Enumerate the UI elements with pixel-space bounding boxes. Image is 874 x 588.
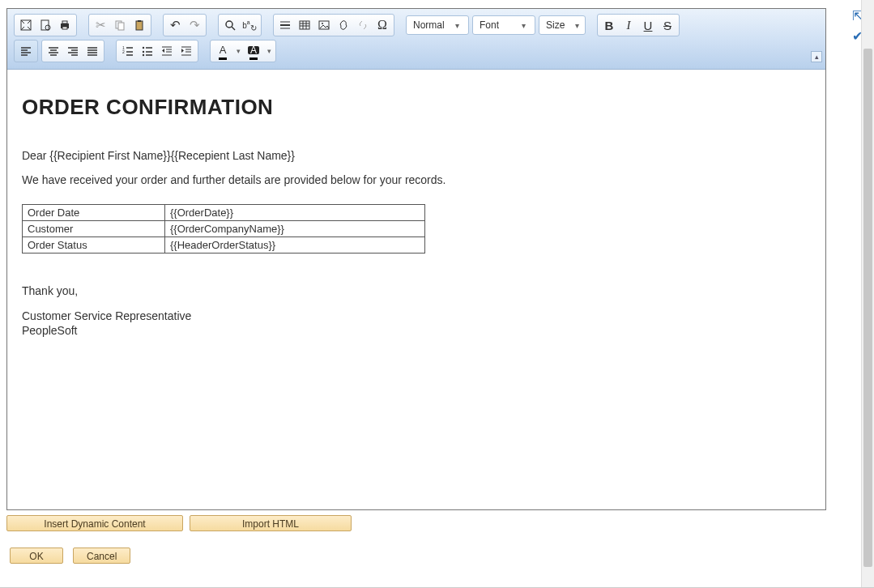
paste-icon[interactable] <box>130 16 149 34</box>
editor-content[interactable]: ORDER CONFIRMATION Dear {{Recipient Firs… <box>7 67 825 509</box>
table-cell-label: Customer <box>23 221 165 237</box>
size-combo[interactable]: Size▾ <box>539 15 586 35</box>
vertical-scrollbar[interactable] <box>861 0 874 588</box>
svg-point-43 <box>143 47 144 49</box>
svg-rect-4 <box>62 21 67 23</box>
cut-icon[interactable]: ✂ <box>91 16 110 34</box>
text-color-button[interactable]: A <box>212 42 233 60</box>
redo-icon[interactable]: ↷ <box>185 16 204 34</box>
bg-color-dropdown[interactable]: ▾ <box>264 42 274 60</box>
unlink-icon[interactable] <box>353 16 373 34</box>
svg-point-45 <box>143 54 144 56</box>
svg-point-10 <box>226 21 232 28</box>
italic-button[interactable]: I <box>619 16 638 34</box>
replace-icon[interactable]: ba↻ <box>240 16 259 34</box>
svg-rect-15 <box>300 21 309 29</box>
maximize-icon[interactable] <box>16 16 36 34</box>
special-char-icon[interactable]: Ω <box>373 16 392 34</box>
link-icon[interactable] <box>334 16 353 34</box>
table-row: Order Date {{OrderDate}} <box>23 205 425 221</box>
signature-role: Customer Service Representative <box>22 309 811 323</box>
paragraph-format-combo[interactable]: Normal▾ <box>406 15 469 35</box>
svg-point-44 <box>143 51 144 53</box>
bullet-list-icon[interactable] <box>138 42 157 60</box>
scrollbar-thumb[interactable] <box>863 49 872 567</box>
ok-button[interactable]: OK <box>10 548 63 564</box>
table-row: Customer {{OrderCompanyName}} <box>23 221 425 237</box>
collapse-toolbar-icon[interactable]: ▴ <box>811 51 822 62</box>
table-cell-label: Order Date <box>23 205 165 221</box>
align-right-icon[interactable] <box>63 42 83 60</box>
svg-rect-8 <box>136 21 143 30</box>
import-html-button[interactable]: Import HTML <box>190 515 352 531</box>
preview-icon[interactable] <box>36 16 55 34</box>
svg-line-11 <box>232 27 235 30</box>
table-cell-value: {{OrderDate}} <box>165 205 425 221</box>
dialog-button-row: OK Cancel <box>10 548 130 564</box>
align-center-icon[interactable] <box>44 42 63 60</box>
greeting-line: Dear {{Recipient First Name}}{{Recepient… <box>22 149 811 162</box>
table-cell-value: {{HeaderOrderStatus}} <box>165 237 425 254</box>
print-icon[interactable] <box>55 16 75 34</box>
bg-color-button[interactable]: A <box>243 42 264 60</box>
font-combo[interactable]: Font▾ <box>472 15 535 35</box>
rich-text-editor: ✂ ↶ ↷ ba↻ <box>6 8 826 510</box>
toolbar-row-1: ✂ ↶ ↷ ba↻ <box>14 14 819 36</box>
svg-rect-5 <box>62 27 67 29</box>
copy-icon[interactable] <box>110 16 130 34</box>
bold-button[interactable]: B <box>599 16 619 34</box>
strike-button[interactable]: S <box>658 16 677 34</box>
insert-dynamic-content-button[interactable]: Insert Dynamic Content <box>6 515 183 531</box>
document-title: ORDER CONFIRMATION <box>22 95 811 120</box>
find-icon[interactable] <box>220 16 240 34</box>
numbered-list-icon[interactable]: 12 <box>118 42 138 60</box>
svg-point-21 <box>322 23 323 24</box>
svg-rect-7 <box>118 23 124 30</box>
table-cell-value: {{OrderCompanyName}} <box>165 221 425 237</box>
underline-button[interactable]: U <box>638 16 658 34</box>
thank-you-line: Thank you, <box>22 284 811 297</box>
hr-icon[interactable] <box>275 16 295 34</box>
align-left-icon[interactable] <box>16 42 36 60</box>
table-cell-label: Order Status <box>23 237 165 254</box>
signature-company: PeopleSoft <box>22 323 811 338</box>
app-viewport: ✂ ↶ ↷ ba↻ <box>0 0 874 588</box>
svg-rect-9 <box>138 20 141 22</box>
undo-icon[interactable]: ↶ <box>165 16 185 34</box>
editor-toolbar: ✂ ↶ ↷ ba↻ <box>7 9 825 70</box>
table-icon[interactable] <box>295 16 314 34</box>
table-row: Order Status {{HeaderOrderStatus}} <box>23 237 425 254</box>
text-color-dropdown[interactable]: ▾ <box>233 42 243 60</box>
toolbar-row-2: 12 A ▾ A ▾ <box>14 40 819 62</box>
outdent-icon[interactable] <box>157 42 177 60</box>
indent-icon[interactable] <box>177 42 196 60</box>
svg-point-2 <box>45 25 50 30</box>
action-button-row: Insert Dynamic Content Import HTML <box>6 515 352 531</box>
image-icon[interactable] <box>314 16 334 34</box>
svg-text:2: 2 <box>122 49 125 54</box>
align-justify-icon[interactable] <box>83 42 102 60</box>
signature-block: Customer Service Representative PeopleSo… <box>22 309 811 338</box>
order-details-table: Order Date {{OrderDate}} Customer {{Orde… <box>22 204 425 254</box>
cancel-button[interactable]: Cancel <box>73 548 130 564</box>
intro-paragraph: We have received your order and further … <box>22 173 811 186</box>
